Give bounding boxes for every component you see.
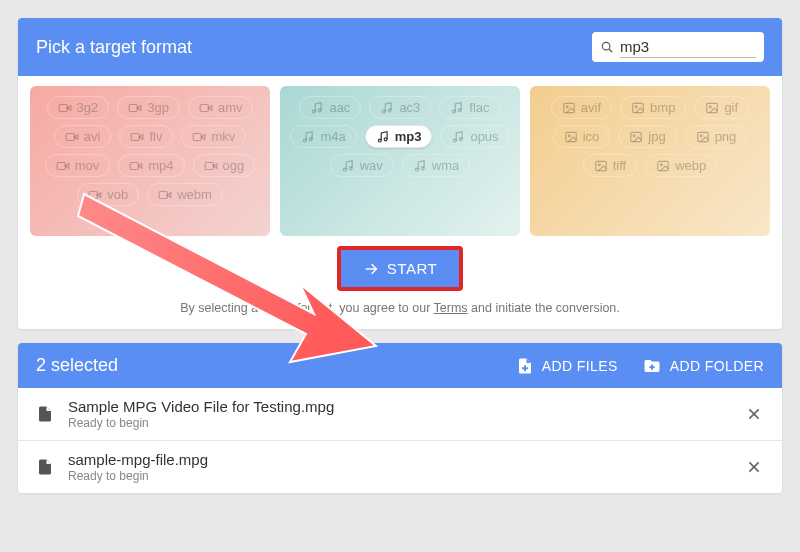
svg-rect-22 [159,191,167,198]
format-chip-mov[interactable]: mov [45,154,111,177]
svg-point-49 [634,134,636,136]
search-icon [600,39,614,55]
format-picker-header: Pick a target format [18,18,782,76]
format-chip-jpg[interactable]: jpg [618,125,676,148]
search-box[interactable] [592,32,764,62]
format-chip-avif[interactable]: avif [551,96,612,119]
file-icon [36,404,54,424]
svg-point-37 [349,166,352,169]
file-list-panel: 2 selected ADD FILES ADD FOLDER Sample M… [18,343,782,493]
svg-rect-52 [595,161,606,170]
format-chip-label: mov [75,158,100,173]
terms-prefix: By selecting a target format, you agree … [180,301,433,315]
svg-point-34 [454,139,457,142]
svg-rect-42 [633,103,644,112]
format-chip-label: wma [432,158,459,173]
svg-rect-44 [707,103,718,112]
file-list-header: 2 selected ADD FILES ADD FOLDER [18,343,782,388]
svg-point-39 [421,166,424,169]
image-format-column: avifbmpgificojpgpngtiffwebp [530,86,770,236]
format-chip-label: opus [470,129,498,144]
format-chip-m4a[interactable]: m4a [290,125,356,148]
format-chip-tiff[interactable]: tiff [583,154,638,177]
svg-rect-40 [564,103,575,112]
format-chip-aac[interactable]: aac [299,96,361,119]
format-chip-amv[interactable]: amv [188,96,254,119]
svg-point-33 [384,137,387,140]
format-chip-label: webp [675,158,706,173]
start-button-label: START [387,260,437,277]
format-chip-label: flac [469,100,489,115]
format-chip-3g2[interactable]: 3g2 [47,96,110,119]
svg-point-36 [343,168,346,171]
svg-point-38 [415,168,418,171]
format-columns: 3g23gpamvaviflvmkvmovmp4oggvobwebm aacac… [18,76,782,236]
svg-point-30 [304,139,307,142]
format-chip-mp4[interactable]: mp4 [118,154,184,177]
format-chip-webp[interactable]: webp [645,154,717,177]
svg-point-24 [313,110,316,113]
remove-file-button[interactable] [744,404,764,424]
format-chip-label: mkv [211,129,235,144]
format-chip-webm[interactable]: webm [147,183,223,206]
format-chip-vob[interactable]: vob [77,183,139,206]
svg-rect-46 [565,132,576,141]
start-button[interactable]: START [341,250,459,287]
svg-point-51 [700,134,702,136]
format-chip-mp3[interactable]: mp3 [365,125,433,148]
svg-rect-14 [57,162,65,169]
format-chip-avi[interactable]: avi [54,125,112,148]
svg-point-27 [389,108,392,111]
terms-link[interactable]: Terms [434,301,468,315]
svg-rect-2 [59,104,67,111]
format-chip-wav[interactable]: wav [330,154,394,177]
format-chip-bmp[interactable]: bmp [620,96,686,119]
terms-text: By selecting a target format, you agree … [18,297,782,329]
format-chip-label: ico [583,129,600,144]
format-chip-mkv[interactable]: mkv [181,125,246,148]
format-chip-label: gif [724,100,738,115]
svg-line-1 [609,49,612,52]
format-chip-label: webm [177,187,212,202]
format-chip-label: 3g2 [77,100,99,115]
audio-format-column: aacac3flacm4amp3opuswavwma [280,86,520,236]
format-chip-opus[interactable]: opus [440,125,509,148]
format-chip-label: mp3 [395,129,422,144]
terms-suffix: and initiate the conversion. [468,301,620,315]
selected-count: 2 selected [36,355,118,376]
add-files-button[interactable]: ADD FILES [516,357,618,375]
svg-point-35 [460,137,463,140]
format-chip-flv[interactable]: flv [119,125,173,148]
file-status: Ready to begin [68,469,730,483]
format-chip-ogg[interactable]: ogg [193,154,256,177]
svg-point-26 [383,110,386,113]
format-chip-wma[interactable]: wma [402,154,470,177]
svg-rect-18 [205,162,213,169]
svg-point-32 [378,139,381,142]
format-chip-label: 3gp [147,100,169,115]
remove-file-button[interactable] [744,457,764,477]
svg-rect-20 [89,191,97,198]
file-info: sample-mpg-file.mpgReady to begin [68,451,730,483]
format-chip-ico[interactable]: ico [553,125,611,148]
search-input[interactable] [620,36,756,58]
format-chip-label: mp4 [148,158,173,173]
format-chip-png[interactable]: png [685,125,748,148]
format-chip-flac[interactable]: flac [439,96,500,119]
format-chip-gif[interactable]: gif [694,96,749,119]
svg-rect-10 [132,133,140,140]
format-chip-3gp[interactable]: 3gp [117,96,180,119]
svg-rect-8 [66,133,74,140]
format-chip-ac3[interactable]: ac3 [369,96,431,119]
format-chip-label: jpg [648,129,665,144]
add-folder-button[interactable]: ADD FOLDER [642,357,764,375]
svg-rect-58 [522,367,528,369]
svg-rect-6 [200,104,208,111]
svg-point-45 [710,105,712,107]
file-add-icon [516,357,534,375]
svg-point-47 [568,134,570,136]
format-chip-label: avi [84,129,101,144]
add-folder-label: ADD FOLDER [670,358,764,374]
start-row: START [18,236,782,297]
svg-point-0 [602,42,610,50]
